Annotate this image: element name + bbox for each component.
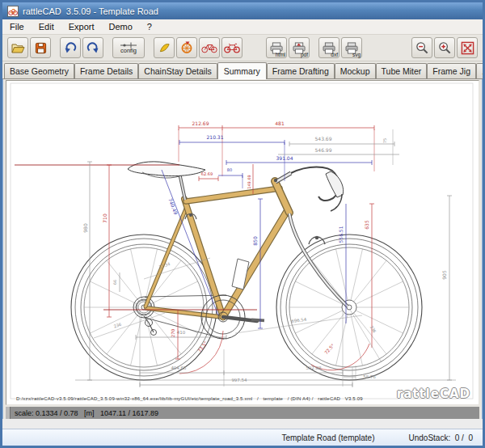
saddle [128,162,205,200]
tab-frame-drafting[interactable]: Frame Drafting [267,63,335,78]
handlebar [291,167,344,212]
wheel-icon [180,41,193,54]
undo-button[interactable] [60,37,81,58]
saddle-icon [158,42,171,54]
svg-text:481: 481 [275,120,285,126]
config-label: config [120,48,137,53]
toolbar: config [2,35,483,61]
undo-icon [64,41,77,54]
menu-demo[interactable]: Demo [102,20,140,33]
zoom-out-button[interactable] [411,37,432,58]
svg-text:17.34: 17.34 [158,261,171,269]
save-floppy-icon [35,42,47,54]
spacer-strip [2,419,483,429]
zoom-in-icon [438,41,452,55]
export-pdf-button[interactable]: pdf [289,37,310,58]
scale-text: scale: 0.1334 / 0.78 [m] 1047.11 / 1617.… [15,409,158,417]
redo-button[interactable] [82,37,103,58]
menu-edit[interactable]: Edit [32,20,61,33]
wheel-component-button[interactable] [176,37,197,58]
front-wheel [276,235,422,380]
saddle-component-button[interactable] [154,37,175,58]
export-svg-label: svg [352,52,361,57]
svg-text:543.69: 543.69 [315,136,332,142]
save-button[interactable] [30,37,51,58]
tab-mockup[interactable]: Mockup [335,63,376,78]
svg-text:850: 850 [252,236,258,246]
tab-frame-jig[interactable]: Frame Jig [427,63,476,78]
export-html-button[interactable]: html [266,37,287,58]
svg-text:980: 980 [82,223,88,233]
svg-text:212.69: 212.69 [192,120,209,126]
svg-text:997.54: 997.54 [231,378,247,382]
export-html-label: html [276,52,285,57]
svg-text:740.49: 740.49 [167,197,179,215]
export-dxf-label: dxf [331,52,338,57]
bike-frame-icon [201,42,217,53]
zoom-in-button[interactable] [434,37,455,58]
svg-text:635: 635 [364,220,369,230]
svg-text:592.88: 592.88 [306,366,322,370]
svg-text:391.04: 391.04 [276,155,293,161]
svg-text:546.99: 546.99 [315,147,332,153]
export-svg-button[interactable]: svg [341,37,362,58]
bike-frame-button[interactable] [199,37,220,58]
tab-bar: Base Geometry Frame Details ChainStay De… [2,61,483,79]
undo-stack-label: UndoStack: 0 / 0 [409,433,474,442]
svg-text:58.76: 58.76 [363,374,376,379]
zoom-out-icon [415,41,429,55]
config-button[interactable]: config [112,37,145,58]
window-title: rattleCAD 3.5.09 - Template Road [23,6,158,16]
svg-text:404.65: 404.65 [171,366,187,370]
svg-text:62.69: 62.69 [201,171,213,176]
page-border [11,83,473,399]
bike-full-icon [224,42,240,53]
svg-text:72.5°: 72.5° [323,343,335,355]
svg-text:149.69: 149.69 [247,175,251,189]
bottom-bar: Template Road (template) UndoStack: 0 / … [2,429,483,446]
svg-text:710: 710 [102,213,108,223]
svg-text:270: 270 [171,328,175,337]
open-folder-icon [11,42,25,54]
title-bar[interactable]: rattleCAD 3.5.09 - Template Road [2,2,483,19]
menu-help[interactable]: ? [140,20,159,33]
svg-text:410: 410 [177,330,186,335]
redo-icon [86,41,99,54]
svg-text:556.51: 556.51 [338,226,344,243]
export-pdf-label: pdf [301,52,308,57]
tab-chainstay-details[interactable]: ChainStay Details [138,63,217,78]
tab-tube-miter[interactable]: Tube Miter [376,63,428,78]
svg-text:905: 905 [441,270,447,280]
svg-text:75: 75 [382,138,387,143]
app-icon [7,6,19,17]
tab-summary[interactable]: Summary [217,62,267,79]
scale-statusbar: scale: 0.1334 / 0.78 [m] 1047.11 / 1617.… [6,407,479,419]
zoom-fit-icon [461,41,474,55]
drawing-canvas[interactable]: 212.69 481 210.31 543.69 546.99 [6,80,479,405]
svg-text:236: 236 [113,322,122,329]
svg-text:336: 336 [369,324,377,333]
app-window: rattleCAD 3.5.09 - Template Road File Ed… [0,0,485,448]
tab-base-geometry[interactable]: Base Geometry [4,63,74,78]
export-dxf-button[interactable]: dxf [318,37,340,58]
tab-frame-details[interactable]: Frame Details [74,63,138,78]
zoom-fit-button[interactable] [457,37,478,58]
svg-text:80: 80 [227,167,232,172]
dimension-lines: 212.69 481 210.31 543.69 546.99 [15,120,452,387]
open-button[interactable] [7,37,28,58]
svg-text:66: 66 [112,280,117,285]
front-brake [309,236,325,244]
app-icon-glyph [8,6,18,16]
bike-full-button[interactable] [221,37,242,58]
menu-export[interactable]: Export [61,20,102,33]
svg-text:210.31: 210.31 [207,134,224,140]
tab-components[interactable]: ... Components [476,63,485,78]
template-label: Template Road (template) [281,433,374,442]
menu-bar: File Edit Export Demo ? [2,19,483,35]
bike-drawing: 212.69 481 210.31 543.69 546.99 [6,81,477,405]
svg-text:696.54: 696.54 [291,317,307,324]
statusbar-grip[interactable] [6,407,11,419]
menu-file[interactable]: File [2,20,32,33]
